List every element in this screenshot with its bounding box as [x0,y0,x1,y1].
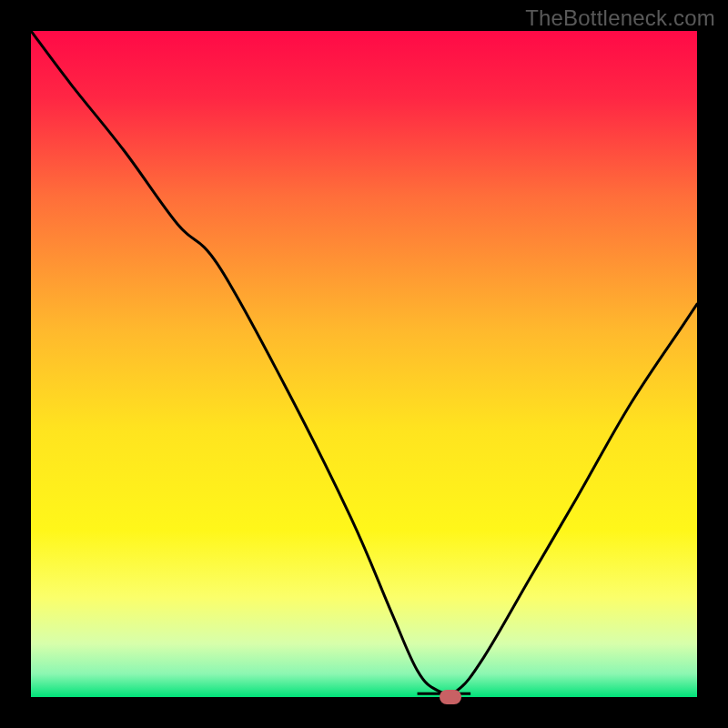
chart-frame: TheBottleneck.com [0,0,728,728]
bottleneck-chart-svg [31,31,697,697]
plot-area [31,31,697,697]
optimal-point-marker [440,690,461,704]
watermark-label: TheBottleneck.com [525,5,715,31]
gradient-background [31,31,697,697]
